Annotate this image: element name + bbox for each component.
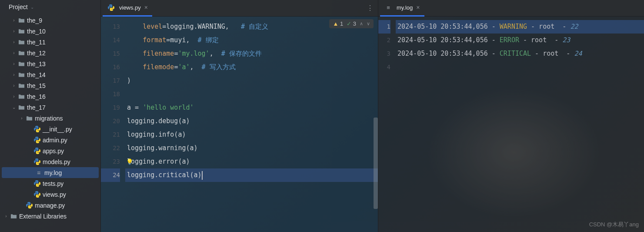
inspection-widget[interactable]: ▲ 1 ✓ 3 ∧ ∨ <box>329 19 374 28</box>
tree-item-the-16[interactable]: ›the_16 <box>0 91 100 102</box>
chevron-icon[interactable]: › <box>10 61 17 66</box>
line-number[interactable]: 22 <box>101 141 120 155</box>
code-line[interactable]: a = 'hello world' <box>125 101 378 114</box>
line-number[interactable]: 24 <box>101 168 120 182</box>
tree-label: the_17 <box>27 104 46 111</box>
python-icon <box>25 202 33 209</box>
code-line[interactable] <box>125 87 378 101</box>
line-gutter[interactable]: 1234 <box>378 17 396 232</box>
line-number[interactable]: 17 <box>101 74 120 87</box>
tree-item-the-9[interactable]: ›the_9 <box>0 15 100 26</box>
intention-bulb-icon[interactable]: 💡 <box>126 155 133 168</box>
close-icon[interactable]: × <box>144 4 148 11</box>
nav-down-icon[interactable]: ∨ <box>367 21 370 27</box>
code-line[interactable]: format=muyi, # 绑定 <box>125 34 378 47</box>
folder-icon <box>17 39 25 46</box>
line-number[interactable]: 18 <box>101 87 120 101</box>
line-number[interactable]: 20 <box>101 114 120 128</box>
warning-icon: ▲ 1 <box>333 20 343 27</box>
log-line[interactable] <box>396 61 644 74</box>
line-number[interactable]: 23 <box>101 155 120 168</box>
tree-label: my.log <box>44 169 62 176</box>
tree-item-my-log[interactable]: ≡my.log <box>2 167 99 178</box>
chevron-icon[interactable]: › <box>10 29 17 34</box>
tree-item-views-py[interactable]: views.py <box>0 189 100 200</box>
tab-views-py[interactable]: views.py × <box>103 0 152 17</box>
tree-item-the-10[interactable]: ›the_10 <box>0 26 100 37</box>
code-line[interactable]: logging.debug(a) <box>125 114 378 128</box>
chevron-icon[interactable]: › <box>3 214 10 219</box>
tree-item-external-libraries[interactable]: ›External Libraries <box>0 211 100 222</box>
folder-icon <box>17 61 25 67</box>
nav-up-icon[interactable]: ∧ <box>360 21 363 27</box>
chevron-icon[interactable]: › <box>10 94 17 99</box>
code-editor[interactable]: ▲ 1 ✓ 3 ∧ ∨ 131415161718192021222324 lev… <box>101 17 378 232</box>
tree-label: the_14 <box>27 71 46 78</box>
tree-item---init---py[interactable]: __init__.py <box>0 124 100 134</box>
project-title: Project <box>9 3 28 10</box>
close-icon[interactable]: × <box>416 4 420 11</box>
line-number[interactable]: 19 <box>101 101 120 114</box>
line-number[interactable]: 13 <box>101 20 120 34</box>
project-tool-header[interactable]: Project ⌄ <box>0 0 100 14</box>
code-line[interactable]: 💡logging.error(a) <box>125 155 378 168</box>
project-tree[interactable]: ›the_9›the_10›the_11›the_12›the_13›the_1… <box>0 14 100 222</box>
log-viewer[interactable]: 1234 2024-05-10 20:53:44,056 - WARNING -… <box>378 17 644 232</box>
folder-icon <box>25 115 33 122</box>
python-icon <box>107 4 115 11</box>
code-line[interactable]: logging.critical(a) <box>125 168 378 182</box>
tree-item-apps-py[interactable]: apps.py <box>0 145 100 156</box>
line-number[interactable]: 21 <box>101 128 120 141</box>
log-line[interactable]: 2024-05-10 20:53:44,056 - CRITICAL - roo… <box>396 47 644 61</box>
tab-menu-icon[interactable]: ⋮ <box>367 4 374 12</box>
tree-item-the-12[interactable]: ›the_12 <box>0 47 100 58</box>
tree-item-the-13[interactable]: ›the_13 <box>0 58 100 69</box>
tab-bar-right: ≡ my.log × <box>378 0 644 17</box>
log-content[interactable]: 2024-05-10 20:53:44,056 - WARNING - root… <box>396 17 644 232</box>
tree-item-the-15[interactable]: ›the_15 <box>0 80 100 91</box>
line-number[interactable]: 16 <box>101 61 120 74</box>
chevron-icon[interactable]: › <box>10 50 17 55</box>
log-line[interactable]: 2024-05-10 20:53:44,056 - WARNING - root… <box>396 20 644 34</box>
line-number[interactable]: 3 <box>378 47 390 61</box>
code-line[interactable]: filemode='a', # 写入方式 <box>125 61 378 74</box>
line-number[interactable]: 1 <box>378 20 390 34</box>
line-gutter[interactable]: 131415161718192021222324 <box>101 17 125 232</box>
tree-item-the-17[interactable]: ⌄the_17 <box>0 102 100 113</box>
tree-item-models-py[interactable]: models.py <box>0 156 100 167</box>
chevron-icon[interactable]: › <box>10 40 17 44</box>
chevron-icon[interactable]: ⌄ <box>10 105 17 110</box>
code-line[interactable]: filename='my.log', # 保存的文件 <box>125 47 378 61</box>
tree-label: tests.py <box>43 180 63 187</box>
tree-item-the-11[interactable]: ›the_11 <box>0 37 100 47</box>
tree-item-migrations[interactable]: ›migrations <box>0 113 100 124</box>
chevron-icon[interactable]: › <box>10 83 17 88</box>
folder-icon <box>17 71 25 78</box>
code-line[interactable]: ) <box>125 74 378 87</box>
tree-item-the-14[interactable]: ›the_14 <box>0 69 100 80</box>
code-line[interactable]: logging.info(a) <box>125 128 378 141</box>
line-number[interactable]: 4 <box>378 61 390 74</box>
tree-label: the_15 <box>27 82 46 89</box>
python-icon <box>33 148 41 155</box>
watermark: CSDN @木易丫ang <box>589 221 639 229</box>
log-line[interactable]: 2024-05-10 20:53:44,056 - ERROR - root -… <box>396 34 644 47</box>
line-number[interactable]: 15 <box>101 47 120 61</box>
python-icon <box>33 191 41 198</box>
tree-label: the_11 <box>27 39 46 46</box>
chevron-icon[interactable]: › <box>10 72 17 77</box>
tree-label: the_13 <box>27 61 46 67</box>
tab-my-log[interactable]: ≡ my.log × <box>380 0 424 17</box>
scrollbar-thumb[interactable] <box>374 118 378 209</box>
tab-label: my.log <box>397 4 413 11</box>
line-number[interactable]: 2 <box>378 34 390 47</box>
chevron-icon[interactable]: › <box>18 116 25 121</box>
tree-item-admin-py[interactable]: admin.py <box>0 134 100 145</box>
tree-item-manage-py[interactable]: manage.py <box>0 200 100 211</box>
line-number[interactable]: 14 <box>101 34 120 47</box>
tree-item-tests-py[interactable]: tests.py <box>0 178 100 189</box>
chevron-icon[interactable]: › <box>10 18 17 23</box>
file-icon: ≡ <box>384 4 392 11</box>
code-content[interactable]: level=logging.WARNING, # 自定义 format=muyi… <box>125 17 378 232</box>
code-line[interactable]: logging.warning(a) <box>125 141 378 155</box>
